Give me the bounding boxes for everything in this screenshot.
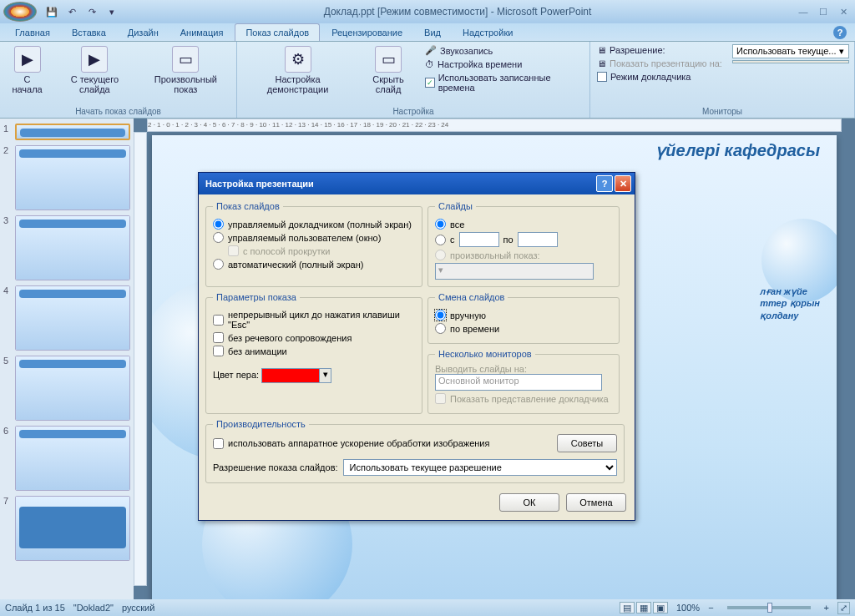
horizontal-ruler: 2 · 1 · 0 · 1 · 2 · 3 · 4 · 5 · 6 · 7 · … bbox=[147, 119, 842, 132]
dialog-close-icon[interactable]: ✕ bbox=[615, 175, 631, 192]
setup-icon: ⚙ bbox=[285, 46, 311, 73]
pen-color-label: Цвет пера: bbox=[213, 370, 259, 380]
slideshow-view-icon[interactable]: ▣ bbox=[653, 602, 668, 613]
status-language[interactable]: русский bbox=[122, 603, 154, 613]
close-icon[interactable]: ✕ bbox=[835, 5, 852, 18]
advance-fieldset: Смена слайдов вручную по времени bbox=[428, 292, 620, 344]
monitor-dropdown[interactable] bbox=[732, 60, 849, 63]
cancel-button[interactable]: Отмена bbox=[566, 493, 626, 512]
use-timings-check[interactable]: ✓Использовать записанные времена bbox=[423, 72, 584, 93]
tab-insert[interactable]: Вставка bbox=[62, 24, 116, 41]
tips-button[interactable]: Советы bbox=[557, 434, 617, 452]
dialog-help-icon[interactable]: ? bbox=[596, 175, 613, 192]
slide-thumbnail[interactable] bbox=[15, 356, 130, 421]
status-slide: Слайд 1 из 15 bbox=[5, 603, 65, 613]
performance-legend: Производительность bbox=[213, 419, 309, 429]
slide-main-text: лған жүйе ттер қорын қолдану bbox=[760, 285, 820, 321]
slide-thumbnail[interactable] bbox=[15, 426, 130, 491]
from-current-button[interactable]: ▶С текущего слайда bbox=[53, 44, 137, 96]
radio-timings[interactable]: по времени bbox=[435, 323, 612, 334]
zoom-out-icon[interactable]: − bbox=[708, 603, 713, 613]
display-dropdown: Основной монитор bbox=[435, 374, 602, 391]
tab-view[interactable]: Вид bbox=[414, 24, 451, 41]
dialog-titlebar[interactable]: Настройка презентации ? ✕ bbox=[199, 173, 635, 194]
show-type-legend: Показ слайдов bbox=[213, 201, 283, 211]
radio-user[interactable]: управляемый пользователем (окно) bbox=[213, 232, 415, 243]
slideshow-res-dropdown[interactable]: Использовать текущее разрешение bbox=[343, 459, 617, 476]
play-icon: ▶ bbox=[14, 46, 41, 73]
thumb-number: 4 bbox=[3, 285, 12, 351]
radio-all-slides[interactable]: все bbox=[435, 219, 612, 230]
zoom-level[interactable]: 100% bbox=[676, 603, 700, 613]
sorter-view-icon[interactable]: ▦ bbox=[636, 602, 651, 613]
fit-window-icon[interactable]: ⤢ bbox=[837, 602, 850, 614]
rehearse-timings-button[interactable]: ⏱Настройка времени bbox=[423, 58, 584, 70]
monitors-legend: Несколько мониторов bbox=[435, 349, 535, 359]
custom-show-icon: ▭ bbox=[172, 46, 199, 73]
hide-slide-button[interactable]: ▭Скрыть слайд bbox=[357, 44, 420, 96]
qat-menu-icon[interactable]: ▾ bbox=[104, 3, 120, 20]
resolution-label: Разрешение: bbox=[610, 45, 665, 55]
tab-review[interactable]: Рецензирование bbox=[321, 24, 412, 41]
window-title: Доклад.ppt [Режим совместимости] - Micro… bbox=[120, 6, 795, 18]
radio-manual[interactable]: вручную bbox=[435, 310, 612, 321]
group-setup-label: Настройка bbox=[242, 105, 584, 118]
radio-kiosk[interactable]: автоматический (полный экран) bbox=[213, 259, 415, 270]
redo-icon[interactable]: ↷ bbox=[83, 3, 100, 20]
minimize-icon[interactable]: — bbox=[795, 5, 812, 18]
ok-button[interactable]: ОК bbox=[499, 493, 559, 512]
advance-legend: Смена слайдов bbox=[435, 292, 508, 302]
normal-view-icon[interactable]: ▤ bbox=[620, 602, 635, 613]
from-spinner[interactable] bbox=[459, 232, 499, 247]
check-no-narration[interactable]: без речевого сопровождения bbox=[213, 332, 415, 343]
thumb-number: 2 bbox=[3, 145, 12, 210]
check-no-animation[interactable]: без анимации bbox=[213, 346, 415, 356]
setup-show-dialog: Настройка презентации ? ✕ Показ слайдов … bbox=[198, 172, 635, 521]
tab-design[interactable]: Дизайн bbox=[118, 24, 169, 41]
undo-icon[interactable]: ↶ bbox=[63, 3, 80, 20]
custom-show-button[interactable]: ▭Произвольный показ bbox=[140, 44, 231, 96]
pen-color-dropdown[interactable]: ▾ bbox=[320, 368, 331, 383]
slide-header-text: үйелері кафедрасы bbox=[655, 140, 820, 160]
slide-thumbnail[interactable] bbox=[15, 145, 130, 210]
save-icon[interactable]: 💾 bbox=[43, 3, 60, 20]
tab-slideshow[interactable]: Показ слайдов bbox=[235, 23, 320, 41]
setup-show-button[interactable]: ⚙Настройка демонстрации bbox=[242, 44, 353, 96]
check-loop[interactable]: непрерывный цикл до нажатия клавиши "Esc… bbox=[213, 310, 415, 330]
slide-thumbnail[interactable] bbox=[15, 496, 130, 561]
to-spinner[interactable] bbox=[518, 232, 558, 247]
slide-thumbnails-panel[interactable]: 1 2 3 4 5 6 7 bbox=[0, 119, 134, 599]
group-monitors-label: Мониторы bbox=[595, 105, 849, 118]
slide-thumbnail[interactable] bbox=[15, 215, 130, 280]
play-current-icon: ▶ bbox=[81, 46, 108, 73]
record-narration-button[interactable]: 🎤Звукозапись bbox=[423, 44, 584, 57]
help-icon[interactable]: ? bbox=[833, 26, 847, 39]
thumb-number: 5 bbox=[3, 356, 12, 421]
from-beginning-button[interactable]: ▶С начала bbox=[5, 44, 49, 96]
maximize-icon[interactable]: ☐ bbox=[815, 5, 832, 18]
slide-thumbnail[interactable] bbox=[15, 124, 130, 140]
zoom-slider[interactable] bbox=[727, 606, 811, 609]
slides-fieldset: Слайды все с по произвольный показ: ▾ bbox=[428, 201, 620, 287]
radio-from-to[interactable]: с по bbox=[435, 232, 612, 247]
thumb-number: 3 bbox=[3, 215, 12, 280]
resolution-dropdown[interactable]: Использовать текуще... ▾ bbox=[732, 44, 849, 58]
monitors-fieldset: Несколько мониторов Выводить слайды на: … bbox=[428, 349, 620, 414]
tab-addins[interactable]: Надстройки bbox=[453, 24, 523, 41]
pen-color-swatch[interactable] bbox=[261, 368, 320, 383]
performance-fieldset: Производительность использовать аппаратн… bbox=[205, 419, 625, 483]
slide-thumbnail[interactable] bbox=[15, 285, 130, 351]
check-presenter-view: Показать представление докладчика bbox=[435, 393, 612, 404]
clock-icon: ⏱ bbox=[425, 59, 434, 69]
tab-home[interactable]: Главная bbox=[5, 24, 60, 41]
group-start-label: Начать показ слайдов bbox=[5, 105, 231, 118]
check-hw-accel[interactable]: использовать аппаратное ускорение обрабо… bbox=[213, 438, 550, 449]
show-type-fieldset: Показ слайдов управляемый докладчиком (п… bbox=[205, 201, 422, 287]
thumb-number: 6 bbox=[3, 426, 12, 491]
radio-speaker[interactable]: управляемый докладчиком (полный экран) bbox=[213, 219, 415, 230]
tab-animation[interactable]: Анимация bbox=[170, 24, 234, 41]
zoom-in-icon[interactable]: + bbox=[824, 603, 829, 613]
office-button[interactable] bbox=[3, 2, 37, 22]
presenter-view-check[interactable]: Режим докладчика bbox=[595, 71, 729, 83]
status-theme: "Doklad2" bbox=[73, 603, 114, 613]
